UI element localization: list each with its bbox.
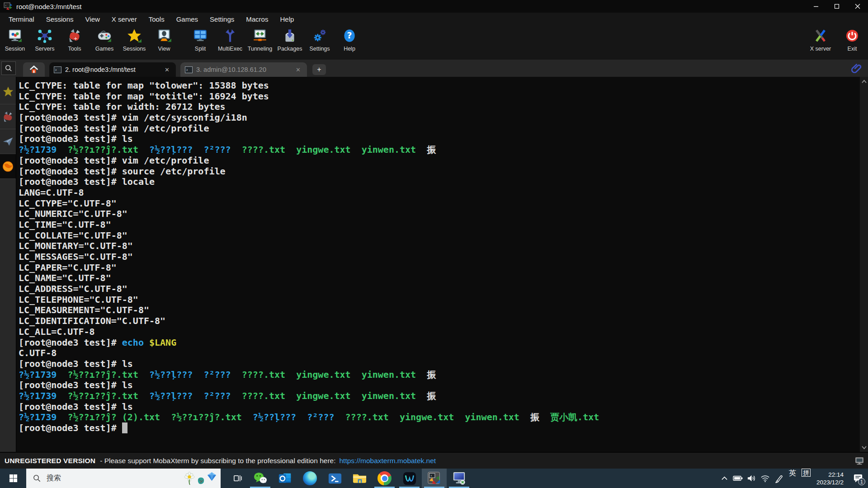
terminal-tab-icon: › [185,66,193,73]
terminal-text: ?½??ļ??? [253,412,296,422]
sidebar-macros-button[interactable] [0,129,16,154]
taskbar-wechat-icon[interactable] [248,469,273,488]
tray-wifi-icon[interactable] [759,469,772,488]
terminal-output[interactable]: LC_CTYPE: table for map "tolower": 15388… [16,77,860,452]
notification-button[interactable]: 1 [848,469,868,488]
menu-item-sessions[interactable]: Sessions [40,13,80,25]
terminal-line: [root@node3 test]# [19,423,860,434]
toolbar-label: Games [95,46,113,52]
terminal-text: LC_TIME="C.UTF-8" [19,219,111,230]
toolbar-servers-button[interactable]: Servers [30,27,60,52]
sidebar-sftp-button[interactable] [0,154,16,179]
menu-item-terminal[interactable]: Terminal [3,13,40,25]
terminal-text: [root@node3 test]# [19,422,122,433]
tray-pen-icon[interactable] [772,469,786,488]
toolbar-xserver-button[interactable]: X server [805,27,836,52]
ime-pinyin-indicator[interactable]: 拼 [799,469,813,488]
terminal-line: [root@node3 test]# ls [19,402,860,413]
svg-text:+: + [74,36,78,42]
tab-search-button[interactable] [1,61,16,75]
taskbar-search[interactable]: 搜索 [26,469,221,488]
notification-badge: 1 [858,478,865,485]
terminal-text [285,369,296,380]
terminal-line: LC_CTYPE: table for width: 26712 bytes [19,102,860,113]
terminal-text [193,369,203,380]
terminal-text: ????.txt [242,390,285,401]
menu-bar: Terminal Sessions View X server Tools Ga… [0,13,868,25]
toolbar-split-button[interactable]: Split [185,27,215,52]
toolbar-packages-button[interactable]: Packages [275,27,305,52]
tray-speaker-icon[interactable] [745,469,759,488]
tray-battery-icon[interactable] [731,469,745,488]
new-tab-button[interactable]: + [312,64,326,75]
taskbar-file-explorer-icon[interactable] [347,469,372,488]
tab-close-icon[interactable]: ✕ [164,66,170,73]
terminal-text: [root@node3 test]# vim /etc/sysconfig/i1… [19,112,247,123]
taskbar-powershell-icon[interactable] [322,469,347,488]
menu-item-xserver[interactable]: X server [106,13,143,25]
taskbar-edge-icon[interactable] [297,469,322,488]
toolbar-tools-button[interactable]: + Tools [60,27,90,52]
toolbar-label: View [158,46,170,52]
blue-gem-icon [207,471,217,482]
menu-item-help[interactable]: Help [274,13,300,25]
maximize-button[interactable] [826,0,847,13]
toolbar-exit-button[interactable]: Exit [836,27,868,52]
terminal-line: [root@node3 test]# source /etc/profile [19,166,860,177]
taskbar-mobaxterm-icon[interactable]: › [422,469,447,488]
tab-root-node3[interactable]: › 2. root@node3:/mnt/test ✕ [49,62,176,77]
terminal-text [144,337,149,348]
task-view-button[interactable] [227,469,248,488]
taskbar-clock[interactable]: 22:14 2023/12/2 [813,469,848,488]
tab-admin-10-128-61-20[interactable]: › 3. admin@10.128.61.20 ✕ [180,62,307,77]
minimize-button[interactable] [806,0,826,13]
menu-item-tools[interactable]: Tools [143,13,170,25]
mobatek-link[interactable]: https://mobaxterm.mobatek.net [340,457,436,465]
toolbar-view-button[interactable]: View [149,27,179,52]
terminal-text: echo [122,337,144,348]
svg-text:?: ? [347,30,352,41]
ime-latin-indicator[interactable]: 英 [786,469,799,488]
menu-item-settings[interactable]: Settings [204,13,240,25]
start-button[interactable] [0,469,26,488]
toolbar-sessions-button[interactable]: Sessions [119,27,149,52]
scroll-down-icon[interactable] [860,443,868,452]
toolbar-settings-button[interactable]: Settings [305,27,335,52]
scroll-up-icon[interactable] [860,77,868,86]
toolbar-games-button[interactable]: Games [90,27,119,52]
terminal-text: 贾小凯.txt [550,412,599,422]
scrollbar[interactable] [860,77,868,452]
close-button[interactable] [847,0,868,13]
taskbar-outlook-icon[interactable] [273,469,297,488]
terminal-text [242,412,253,422]
toolbar-tunneling-button[interactable]: Tunneling [245,27,275,52]
toolbar-session-button[interactable]: Session [0,27,30,52]
menu-item-games[interactable]: Games [170,13,204,25]
terminal-text [454,412,465,422]
sidebar-tools-button[interactable] [0,104,16,129]
window-controls [806,0,868,13]
taskbar-chrome-icon[interactable] [372,469,397,488]
terminal-text [416,144,427,155]
taskbar-remote-desktop-icon[interactable] [447,469,472,488]
terminal-line: ?½?1739 ?½??ı??ĵ?.txt ?½??ļ??? ?²??? ???… [19,145,860,155]
tab-close-icon[interactable]: ✕ [295,66,302,73]
terminal-text [389,412,400,422]
toolbar-label: Packages [278,46,302,52]
sidebar-sessions-button[interactable] [0,80,16,104]
toolbar-multiexec-button[interactable]: MultiExec [215,27,245,52]
terminal-text: ????.txt [345,412,389,422]
menu-item-macros[interactable]: Macros [240,13,274,25]
menu-item-view[interactable]: View [80,13,106,25]
search-highlight-decoration[interactable] [184,471,217,485]
home-tab[interactable] [23,62,45,77]
terminal-text: LC_CTYPE="C.UTF-8" [19,198,117,209]
terminal-cursor [122,422,127,433]
toolbar-help-button[interactable]: ? Help [335,27,364,52]
terminal-text: 振 [530,412,539,422]
paperclip-icon[interactable] [850,61,863,75]
terminal-text: [root@node3 test]# vim /etc/profile [19,123,209,134]
taskbar-webex-icon[interactable] [397,469,422,488]
tab-bar: › 2. root@node3:/mnt/test ✕ › 3. admin@1… [0,60,868,77]
tray-chevron-up-icon[interactable] [718,469,731,488]
